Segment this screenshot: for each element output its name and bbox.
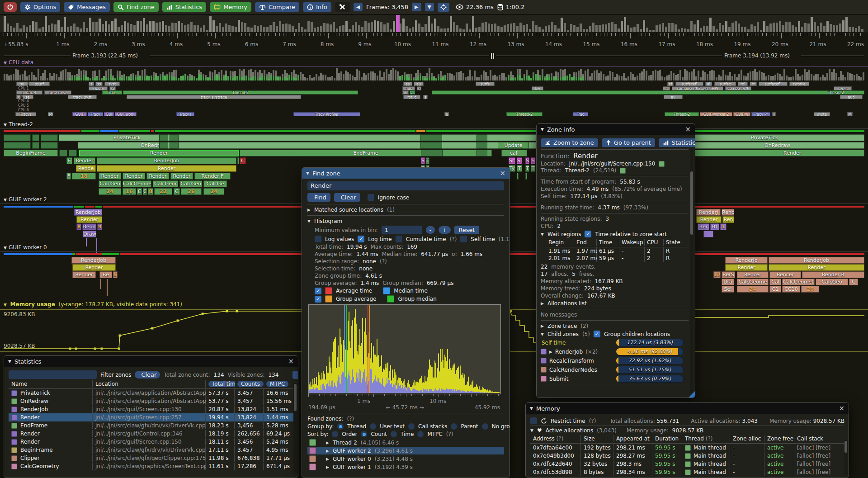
timeline-zone[interactable]: RenderJ (696, 209, 721, 216)
memory-usage-header[interactable]: ▼ Memory usage (y-range: 178.27 KB, visi… (4, 301, 182, 308)
stats-col-counts[interactable]: Counts (235, 380, 264, 388)
memory-data-point[interactable] (236, 310, 238, 312)
timeline-zone[interactable] (41, 134, 58, 141)
timeline-zone[interactable]: RenderJob (97, 157, 236, 164)
location-color-swatch[interactable] (659, 161, 665, 167)
timeline-zone[interactable]: Update (498, 142, 529, 149)
zone-collapsed-mark[interactable] (86, 238, 87, 246)
cpu-zone[interactable]: M (48, 112, 53, 116)
cpu-zone[interactable]: surfacefli (759, 82, 788, 86)
memory-data-point[interactable] (94, 348, 96, 350)
timeline-zone[interactable]: T (531, 165, 535, 172)
timeline-zone[interactable]: CalcGeome (737, 279, 769, 285)
statistics-row[interactable]: EndFramejni/../jni/src/claw/gfx/drv/vk/D… (9, 421, 293, 430)
cpu-zone[interactable]: syst (104, 82, 120, 86)
timeline-zone[interactable]: CC10 (782, 286, 800, 293)
messages-button[interactable]: Messages (64, 2, 110, 12)
timeline-zone[interactable] (159, 134, 168, 141)
statistics-titlebar[interactable]: ▼Statistics × (4, 356, 298, 367)
timeline-zone[interactable] (32, 134, 39, 141)
prev-frame-button[interactable]: ◀ (354, 3, 363, 11)
timeline-zone[interactable]: Render (76, 216, 102, 223)
self-time-checkbox[interactable] (460, 236, 467, 242)
zone-info-resize-grip[interactable] (689, 391, 695, 398)
find-zone-titlebar[interactable]: ▼Find zone × (302, 168, 509, 179)
timeline-zone[interactable]: Rend (82, 223, 96, 230)
thread-header[interactable]: ▼GUIF worker 0 (4, 244, 47, 251)
stats-clear-button[interactable]: Clear (135, 371, 160, 379)
group-by-no-groupi[interactable] (482, 423, 488, 430)
timeline-zone[interactable]: Sc (509, 157, 515, 164)
timeline-zone[interactable]: 26 (181, 188, 202, 195)
cpu-zone[interactable]: GUIF w (733, 112, 750, 116)
timeline-zone[interactable] (420, 134, 442, 141)
log-time-checkbox[interactable]: ✓ (358, 236, 364, 242)
timeline-zone[interactable]: 1 (720, 223, 726, 230)
timeline-zone[interactable] (4, 134, 31, 141)
timeline-zone[interactable]: Draw (83, 231, 96, 237)
cpu-zone[interactable]: Thread-2 (432, 90, 864, 95)
cpu-zone[interactable]: m (402, 90, 409, 95)
cpu-zone[interactable]: Tracy Pr (751, 112, 770, 116)
cpu-zone[interactable]: su (16, 82, 28, 86)
group-by-parent[interactable] (451, 423, 457, 430)
found-zone-group[interactable]: ▶GUIF worker 0(3,231) 4.48 s (307, 455, 504, 463)
cpu-zone[interactable]: GUIF (72, 112, 87, 116)
sort-by-mtpc[interactable] (417, 431, 424, 437)
child-zones-header[interactable]: ▼Child zones(5) ✓ Group children locatio… (541, 331, 689, 337)
found-zone-group[interactable]: ▶GUIF worker 2(3,296) 4.61 s (307, 447, 504, 454)
zone-trace-header[interactable]: ▶Zone trace(2) (541, 323, 689, 329)
find-zone-button[interactable]: Find zone (113, 2, 159, 12)
timeline-zone[interactable]: 9 (97, 223, 102, 230)
timeline-zone[interactable]: 17 (713, 271, 721, 278)
timeline-zone[interactable]: Rt (710, 223, 719, 230)
compare-button[interactable]: Compare (255, 2, 299, 12)
timeline-zone[interactable]: S (421, 157, 425, 164)
cpu-zone[interactable]: ai (705, 82, 712, 86)
child-zone-row[interactable]: Self time172.14 us (3.83%) (541, 339, 689, 346)
cpu-data-header[interactable]: ▼CPU data (4, 59, 33, 66)
timeline-zone[interactable] (170, 142, 179, 149)
thread-color-swatch[interactable] (620, 168, 626, 174)
statistics-row[interactable]: RenderJobjni/../jni/src/guif/Screen.cpp:… (9, 405, 293, 413)
memory-data-point[interactable] (151, 327, 154, 330)
timeline-zone[interactable]: Render (696, 216, 722, 223)
cpu-zone[interactable]: rr (750, 82, 757, 86)
cpu-zone[interactable]: ss (95, 82, 103, 86)
timeline-zone[interactable]: CalcGeo (179, 180, 202, 187)
timeline-zone[interactable] (525, 173, 527, 180)
timeline-zone[interactable] (69, 150, 77, 156)
timeline-zone[interactable]: F (66, 173, 71, 180)
cpu-zone[interactable]: s (423, 95, 428, 99)
memory-data-point[interactable] (69, 348, 71, 350)
find-button[interactable]: Find (307, 193, 330, 202)
tools-button[interactable] (335, 2, 350, 12)
timeline-zone[interactable] (32, 142, 39, 149)
timeline-zone[interactable]: Rer (698, 223, 709, 230)
find-zone-histogram[interactable] (308, 304, 501, 394)
statistics-row[interactable]: Clipperjni/../jni/src/claw/gfx/geo/Clipp… (9, 454, 293, 462)
frame-overview[interactable] (0, 15, 868, 33)
memory-data-point[interactable] (202, 313, 204, 315)
statistics-row[interactable]: PrivateTickjni/../jni/src/claw/applicati… (9, 389, 293, 397)
timeline-zone[interactable]: T (426, 157, 429, 164)
power-button[interactable] (4, 2, 17, 12)
sort-by-time[interactable] (391, 431, 397, 437)
timeline-zone[interactable]: PrivateTick (59, 134, 608, 141)
timeline-zone[interactable]: RenderJob (769, 257, 864, 264)
cpu-zone[interactable]: s (89, 82, 94, 86)
active-allocations-header[interactable]: ▼ ♥ Active allocations (3,043) Memory us… (530, 427, 844, 434)
ignore-case-checkbox[interactable] (368, 194, 374, 201)
frame-menu-button[interactable]: ▼ (425, 3, 434, 11)
cpu-zone[interactable]: surfa (476, 82, 495, 86)
legend-checkbox[interactable]: ✓ (315, 288, 321, 294)
timeline-zone[interactable]: EndFrame (240, 150, 492, 156)
timeline-zone[interactable]: Rencer (737, 271, 769, 278)
zone-collapsed-mark[interactable] (107, 279, 108, 296)
wait-regions-header[interactable]: ▼Wait regions ✓ Time relative to zone st… (541, 231, 689, 237)
timeline-zone[interactable]: CalcGeo (99, 180, 121, 187)
thread-header[interactable]: ▼Thread-2 (4, 121, 33, 128)
thread-header[interactable]: ▼GUIF worker 2 (4, 196, 47, 203)
cpu-zone[interactable]: au (403, 82, 412, 86)
timeline-zone[interactable]: 8 (76, 223, 81, 230)
